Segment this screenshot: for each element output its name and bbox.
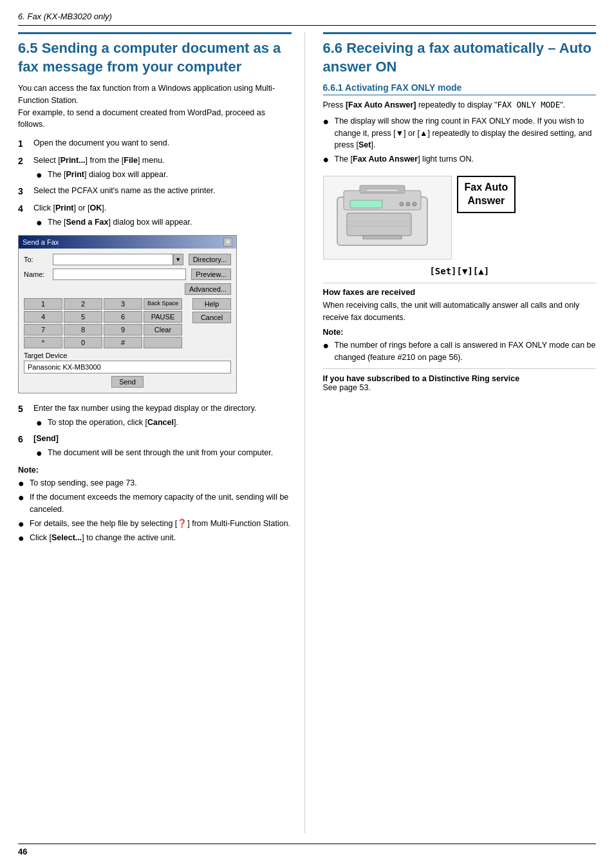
step-2-content: Select [Print...] from the [File] menu. …	[33, 155, 292, 181]
numpad-9[interactable]: 9	[104, 324, 142, 335]
numpad-backspace[interactable]: Back Space	[144, 298, 182, 310]
steps-list: 1 Open the document you want to send. 2 …	[18, 137, 292, 229]
bullet-dot-7: ●	[18, 518, 26, 530]
svg-point-8	[413, 202, 416, 206]
step-6-num: 6	[18, 433, 28, 459]
note-bullet-3-text: For details, see the help file by select…	[30, 518, 290, 530]
numpad-hash[interactable]: #	[104, 337, 142, 348]
bullet-dot-2: ●	[36, 216, 44, 229]
advanced-button[interactable]: Advanced...	[185, 283, 231, 295]
right-bullet-2: ● The [Fax Auto Answer] light turns ON.	[323, 153, 597, 165]
help-button[interactable]: Help	[192, 298, 231, 310]
numpad-2[interactable]: 2	[64, 298, 102, 310]
page: 6. Fax (KX-MB3020 only) 6.5 Sending a co…	[0, 0, 614, 868]
bullet-dot: ●	[36, 169, 44, 181]
dialog-name-row: Name: Preview...	[24, 269, 231, 280]
step-1-num: 1	[18, 137, 28, 151]
numpad-6[interactable]: 6	[104, 311, 142, 323]
numpad-clear[interactable]: Clear	[144, 324, 182, 335]
bullet-dot-4: ●	[36, 447, 44, 459]
right-buttons: Directory...	[189, 254, 231, 265]
subsection-intro: Press [Fax Auto Answer] repeatedly to di…	[323, 99, 597, 111]
numpad-5[interactable]: 5	[64, 311, 102, 323]
dialog-titlebar: Send a Fax ✕	[19, 236, 236, 249]
right-column: 6.6 Receiving a fax automatically – Auto…	[321, 32, 597, 833]
numpad-pause[interactable]: PAUSE	[144, 311, 182, 323]
distinctive-ring-text: See page 53.	[323, 383, 371, 392]
how-faxes-title: How faxes are received	[323, 283, 597, 297]
bullet-dot-rn1: ●	[323, 339, 331, 364]
dialog-title: Send a Fax	[23, 238, 59, 246]
numpad-8[interactable]: 8	[64, 324, 102, 335]
right-note-title: Note:	[323, 328, 597, 337]
to-dropdown[interactable]: ▼	[173, 254, 183, 265]
name-input[interactable]	[53, 269, 186, 280]
steps-continued-list: 5 Enter the fax number using the keypad …	[18, 402, 292, 459]
numpad-7[interactable]: 7	[24, 324, 62, 335]
svg-rect-9	[366, 189, 398, 191]
step-2-num: 2	[18, 155, 28, 181]
two-column-layout: 6.5 Sending a computer document as a fax…	[18, 32, 596, 833]
numpad-3[interactable]: 3	[104, 298, 142, 310]
note-bullet-3: ● For details, see the help file by sele…	[18, 518, 292, 530]
bullet-dot-5: ●	[18, 477, 26, 489]
dialog-to-row: To: ▼ Directory...	[24, 254, 231, 265]
bullet-dot-8: ●	[18, 532, 26, 544]
svg-rect-5	[350, 200, 382, 208]
target-device-label: Target Device	[24, 352, 231, 359]
left-section-title: 6.5 Sending a computer document as a fax…	[18, 32, 292, 76]
right-subsection-title: 6.6.1 Activating FAX ONLY mode	[323, 82, 597, 95]
step-6-content: [Send] ● The document will be sent throu…	[33, 433, 292, 459]
right-bullet-1-text: The display will show the ring count in …	[335, 115, 597, 151]
to-input[interactable]	[53, 254, 173, 265]
step-2-bullet: ● The [Print] dialog box will appear.	[36, 169, 292, 181]
numpad-area: 1 2 3 Back Space 4 5 6 PAUSE 7 8 9 Clear	[24, 298, 231, 348]
distinctive-ring-title: If you have subscribed to a Distinctive …	[323, 374, 520, 383]
step-5-num: 5	[18, 402, 28, 429]
step-1-content: Open the document you want to send.	[33, 137, 292, 151]
step-6-bullet: ● The document will be sent through the …	[36, 447, 292, 459]
send-row: Send	[24, 376, 231, 388]
note-bullet-1: ● To stop sending, see page 73.	[18, 477, 292, 489]
cancel-button[interactable]: Cancel	[192, 312, 231, 323]
preview-button[interactable]: Preview...	[191, 269, 231, 280]
numpad-1[interactable]: 1	[24, 298, 62, 310]
right-bullets: ● The display will show the ring count i…	[323, 115, 597, 165]
send-button[interactable]: Send	[111, 376, 144, 388]
left-column: 6.5 Sending a computer document as a fax…	[18, 32, 305, 833]
numpad-right-buttons: Help Cancel	[192, 298, 231, 348]
right-note-bullet-1: ● The number of rings before a call is a…	[323, 339, 597, 364]
step-5-content: Enter the fax number using the keypad di…	[33, 402, 292, 429]
fax-image-area: Fax Auto Answer	[323, 176, 597, 259]
numpad-star[interactable]: *	[24, 337, 62, 348]
dialog-close-button[interactable]: ✕	[223, 238, 232, 247]
note-bullet-2-text: If the document exceeds the memory capac…	[30, 491, 292, 516]
page-header: 6. Fax (KX-MB3020 only)	[18, 12, 596, 26]
step-4-num: 4	[18, 202, 28, 229]
step-5-bullet-text: To stop the operation, click [Cancel].	[48, 417, 178, 429]
note-bullet-2: ● If the document exceeds the memory cap…	[18, 491, 292, 516]
right-buttons-2: Preview...	[191, 269, 231, 280]
name-label: Name:	[24, 270, 53, 278]
note-bullets: ● To stop sending, see page 73. ● If the…	[18, 477, 292, 544]
step-3-content: Select the PCFAX unit's name as the acti…	[33, 185, 292, 198]
printer-svg	[324, 178, 450, 258]
set-label: [Set][▼][▲]	[323, 266, 597, 276]
note-bullet-1-text: To stop sending, see page 73.	[30, 477, 137, 489]
bullet-dot-6: ●	[18, 491, 26, 516]
header-title: 6. Fax (KX-MB3020 only)	[18, 12, 112, 21]
numpad: 1 2 3 Back Space 4 5 6 PAUSE 7 8 9 Clear	[24, 298, 182, 348]
step-4-bullet-text: The [Send a Fax] dialog box will appear.	[48, 216, 192, 229]
step-6-bullet-text: The document will be sent through the un…	[48, 447, 273, 459]
numpad-0[interactable]: 0	[64, 337, 102, 348]
step-2-bullet-text: The [Print] dialog box will appear.	[48, 169, 168, 181]
numpad-4[interactable]: 4	[24, 311, 62, 323]
fax-auto-line1: Fax Auto	[465, 182, 508, 193]
svg-point-6	[400, 202, 404, 206]
note-bullet-4-text: Click [Select...] to change the active u…	[30, 532, 176, 544]
bullet-dot-r1: ●	[323, 115, 331, 151]
fax-auto-answer-label: Fax Auto Answer	[457, 176, 516, 213]
page-number: 46	[18, 847, 27, 856]
directory-button[interactable]: Directory...	[189, 254, 231, 265]
note-section: Note: ● To stop sending, see page 73. ● …	[18, 466, 292, 544]
